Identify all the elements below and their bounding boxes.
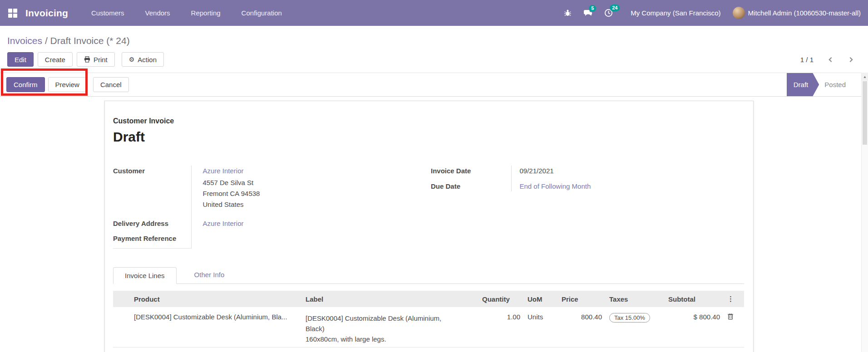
- col-subtotal[interactable]: Subtotal: [665, 291, 724, 307]
- col-product[interactable]: Product: [130, 291, 302, 307]
- gear-icon: ⚙: [129, 56, 135, 63]
- customer-address: 4557 De Silva St Fremont CA 94538 United…: [203, 177, 260, 210]
- page: Invoicing Customers Vendors Reporting Co…: [0, 0, 868, 352]
- delete-line-cell: [724, 307, 744, 347]
- apps-square: [13, 9, 17, 13]
- apps-square: [8, 14, 12, 18]
- state-draft-badge[interactable]: Draft: [787, 73, 819, 96]
- label-line-1: [DESK0004] Customizable Desk (Aluminium,: [306, 313, 475, 323]
- document-type: Customer Invoice: [113, 117, 744, 125]
- field-group-right: Invoice Date 09/21/2021 Due Date End of …: [431, 166, 744, 249]
- activities-menu[interactable]: 24: [604, 9, 613, 17]
- cell-taxes[interactable]: Tax 15.00%: [606, 307, 665, 347]
- col-taxes[interactable]: Taxes: [606, 291, 665, 307]
- menu-reporting[interactable]: Reporting: [181, 0, 231, 26]
- pager-next-icon[interactable]: [848, 56, 854, 63]
- cell-quantity[interactable]: 1.00: [478, 307, 524, 347]
- tab-invoice-lines[interactable]: Invoice Lines: [113, 267, 177, 284]
- cell-subtotal[interactable]: $ 800.40: [665, 307, 724, 347]
- menu-vendors[interactable]: Vendors: [135, 0, 181, 26]
- trash-icon[interactable]: [727, 313, 734, 320]
- breadcrumb-invoices-link[interactable]: Invoices: [7, 35, 42, 46]
- state-widget: Draft Posted: [787, 73, 861, 96]
- cell-label[interactable]: [DESK0004] Customizable Desk (Aluminium,…: [302, 307, 478, 347]
- menu-customers[interactable]: Customers: [81, 0, 135, 26]
- customer-link[interactable]: Azure Interior: [203, 167, 260, 175]
- due-date-label: Due Date: [431, 176, 511, 191]
- payment-reference-value[interactable]: [191, 229, 260, 249]
- col-label[interactable]: Label: [302, 291, 478, 307]
- delivery-address-label: Delivery Address: [113, 211, 191, 229]
- pager: 1 / 1: [800, 56, 854, 64]
- breadcrumb-current: Draft Invoice (* 24): [50, 35, 130, 46]
- optional-columns-icon[interactable]: ⋮: [724, 291, 744, 307]
- invoice-lines-table: Product Label Quantity UoM Price Taxes S…: [113, 291, 744, 347]
- due-date-row: Due Date End of Following Month: [431, 176, 591, 191]
- printer-icon: [84, 56, 90, 63]
- document-name: Draft: [113, 129, 744, 145]
- print-label: Print: [94, 56, 108, 64]
- row-handle-cell: [113, 307, 130, 347]
- label-line-2: Black): [306, 323, 475, 334]
- annotation-rectangle: [1, 68, 88, 96]
- pager-value: 1 / 1: [800, 56, 814, 64]
- col-uom[interactable]: UoM: [524, 291, 558, 307]
- notebook-tabs: Invoice Lines Other Info: [113, 267, 744, 284]
- user-menu[interactable]: Mitchell Admin (10060530-master-all): [748, 9, 861, 17]
- invoice-line-row[interactable]: [DESK0004] Customizable Desk (Aluminium,…: [113, 307, 744, 347]
- edit-button[interactable]: Edit: [7, 52, 34, 67]
- address-city: Fremont CA 94538: [203, 188, 260, 199]
- messages-count-badge: 5: [589, 5, 596, 12]
- delivery-address-link[interactable]: Azure Interior: [203, 220, 244, 227]
- tab-other-info[interactable]: Other Info: [183, 267, 236, 284]
- vertical-scrollbar[interactable]: ▲: [861, 73, 868, 352]
- apps-square: [13, 14, 17, 18]
- scroll-up-icon[interactable]: ▲: [862, 73, 868, 81]
- pager-previous-icon[interactable]: [827, 56, 834, 63]
- invoice-date-value[interactable]: 09/21/2021: [511, 166, 591, 176]
- bug-icon: [564, 9, 572, 17]
- action-button[interactable]: ⚙ Action: [122, 52, 164, 67]
- cell-price[interactable]: 800.40: [558, 307, 606, 347]
- due-date-value[interactable]: End of Following Month: [520, 182, 591, 190]
- top-menu: Customers Vendors Reporting Configuratio…: [81, 0, 292, 26]
- scrollbar-thumb[interactable]: [863, 81, 867, 145]
- breadcrumb-separator: /: [42, 35, 50, 46]
- debug-bug-icon[interactable]: [564, 9, 572, 17]
- cell-product[interactable]: [DESK0004] Customizable Desk (Aluminium,…: [130, 307, 302, 347]
- invoice-date-label: Invoice Date: [431, 166, 511, 176]
- handle-column-header: [113, 291, 130, 307]
- control-panel: Edit Create Print ⚙ Action 1 / 1: [7, 52, 854, 67]
- address-street: 4557 De Silva St: [203, 177, 260, 188]
- menu-configuration[interactable]: Configuration: [231, 0, 292, 26]
- action-label: Action: [138, 56, 157, 64]
- company-switcher[interactable]: My Company (San Francisco): [631, 9, 720, 17]
- print-button[interactable]: Print: [77, 52, 115, 67]
- customer-label: Customer: [113, 166, 191, 211]
- col-quantity[interactable]: Quantity: [478, 291, 524, 307]
- label-line-3: 160x80cm, with large legs.: [306, 334, 475, 344]
- statusbar: Confirm Preview Cancel Draft Posted: [0, 73, 861, 97]
- systray: 5 24 My Company (San Francisco) Mitchell…: [558, 7, 863, 19]
- customer-row: Customer Azure Interior 4557 De Silva St…: [113, 166, 260, 211]
- apps-menu-icon[interactable]: [8, 9, 17, 18]
- delivery-address-row: Delivery Address Azure Interior: [113, 211, 260, 229]
- invoice-sheet: Customer Invoice Draft Customer Azure In…: [104, 101, 754, 352]
- field-group-left: Customer Azure Interior 4557 De Silva St…: [113, 166, 431, 249]
- breadcrumb: Invoices / Draft Invoice (* 24): [7, 35, 130, 46]
- field-groups: Customer Azure Interior 4557 De Silva St…: [113, 166, 744, 249]
- cell-uom[interactable]: Units: [524, 307, 558, 347]
- cancel-button[interactable]: Cancel: [93, 77, 129, 92]
- top-navbar: Invoicing Customers Vendors Reporting Co…: [0, 0, 868, 26]
- address-country: United States: [203, 199, 260, 210]
- messages-menu[interactable]: 5: [583, 9, 592, 17]
- user-avatar[interactable]: [733, 7, 745, 19]
- state-posted[interactable]: Posted: [824, 81, 846, 88]
- lines-header-row: Product Label Quantity UoM Price Taxes S…: [113, 291, 744, 307]
- col-price[interactable]: Price: [558, 291, 606, 307]
- apps-square: [8, 9, 12, 13]
- create-button[interactable]: Create: [38, 52, 73, 67]
- activities-count-badge: 24: [610, 5, 620, 11]
- tax-pill[interactable]: Tax 15.00%: [609, 313, 650, 323]
- app-name[interactable]: Invoicing: [25, 8, 68, 19]
